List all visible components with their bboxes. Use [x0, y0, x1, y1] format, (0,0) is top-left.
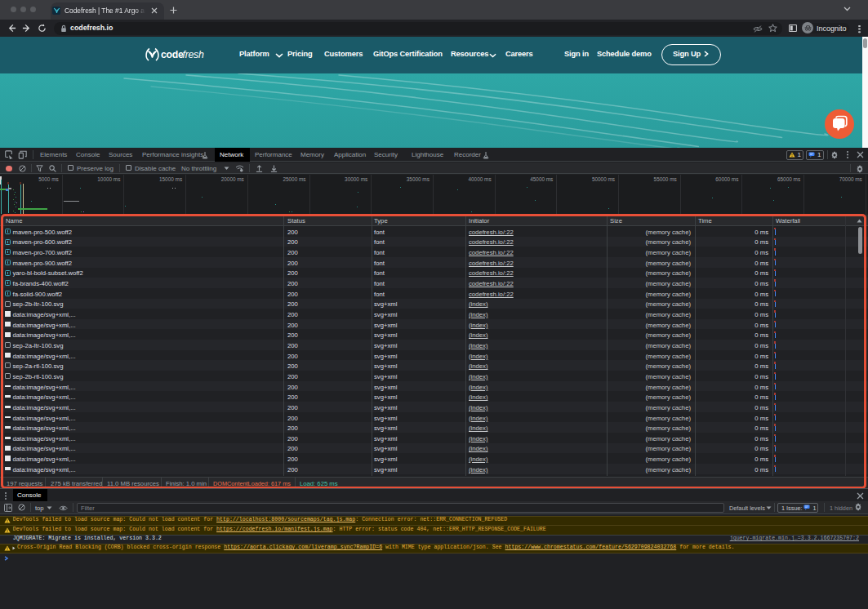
svg-text:fresh: fresh [183, 49, 204, 60]
svg-text:code: code [161, 49, 184, 60]
